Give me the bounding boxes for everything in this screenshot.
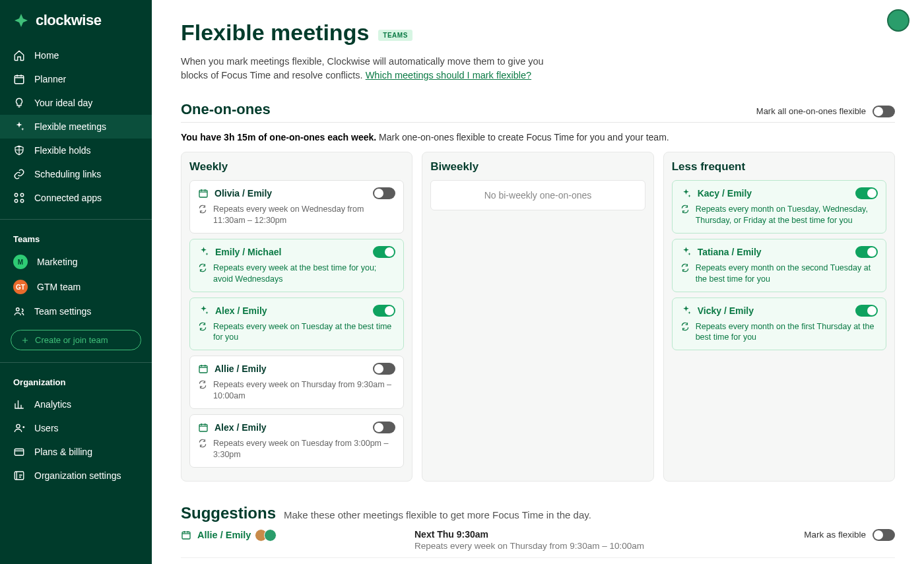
main-nav: Home Planner Your ideal day Flexible mee… — [0, 40, 152, 214]
meeting-toggle[interactable] — [373, 187, 395, 199]
suggestion-schedule: Repeats every week on Thursday from 9:30… — [414, 541, 795, 551]
team-gtm[interactable]: GTGTM team — [0, 274, 152, 299]
create-team-button[interactable]: Create or join team — [11, 330, 141, 350]
svg-rect-7 — [15, 449, 24, 456]
help-link[interactable]: Which meetings should I mark flexible? — [366, 70, 531, 80]
meeting-title: Vicky / Emily — [698, 305, 754, 316]
meeting-toggle[interactable] — [373, 422, 395, 433]
teams-heading: Teams — [0, 225, 152, 249]
user-avatar[interactable] — [887, 9, 909, 32]
mark-all-label: Mark all one-on-ones flexible — [756, 106, 866, 116]
sparkle-icon — [680, 246, 692, 257]
meeting-title: Tatiana / Emily — [698, 247, 762, 257]
meeting-schedule: Repeats every month on the first Thursda… — [696, 321, 878, 344]
meeting-schedule: Repeats every week on Tuesday at the bes… — [213, 321, 395, 344]
section-subtitle: Make these other meetings flexible to ge… — [284, 509, 591, 520]
team-badge: M — [13, 255, 28, 269]
meeting-card[interactable]: Alex / Emily Repeats every week on Tuesd… — [189, 414, 404, 468]
mark-all-toggle[interactable] — [873, 106, 895, 117]
meeting-title: Olivia / Emily — [214, 188, 272, 199]
meeting-card[interactable]: Tatiana / Emily Repeats every month on t… — [672, 239, 886, 292]
meeting-schedule: Repeats every month on Tuesday, Wednesda… — [696, 204, 878, 226]
nav-users[interactable]: Users — [0, 416, 152, 440]
one-on-ones-columns: Weekly Olivia / Emily Repeats every week… — [181, 152, 895, 482]
apps-icon — [13, 192, 25, 204]
brand-name: clockwise — [36, 12, 101, 29]
suggestions-list: Allie / Emily Next Thu 9:30amRepeats eve… — [181, 522, 895, 564]
meeting-card[interactable]: Vicky / Emily Repeats every month on the… — [672, 298, 886, 351]
meeting-schedule: Repeats every week at the best time for … — [213, 263, 395, 285]
meeting-card[interactable]: Emily / Michael Repeats every week at th… — [189, 239, 404, 292]
meeting-toggle[interactable] — [855, 187, 878, 199]
meeting-toggle[interactable] — [373, 363, 395, 375]
suggestion-toggle[interactable] — [873, 529, 895, 541]
meeting-card[interactable]: Olivia / Emily Repeats every week on Wed… — [189, 180, 404, 234]
meeting-title: Emily / Michael — [215, 247, 281, 257]
mark-all-flexible: Mark all one-on-ones flexible — [756, 106, 895, 117]
nav-label: Home — [34, 50, 59, 61]
meeting-card[interactable]: Kacy / Emily Repeats every month on Tues… — [672, 180, 886, 234]
repeat-icon — [198, 263, 207, 272]
suggestion-time: Next Thu 9:30am — [414, 529, 795, 540]
suggestion-row: Allie / Emily Next Thu 9:30amRepeats eve… — [181, 522, 895, 558]
meeting-toggle[interactable] — [373, 246, 395, 258]
svg-point-1 — [15, 193, 18, 197]
meeting-schedule: Repeats every month on the second Tuesda… — [696, 263, 878, 285]
card-icon — [13, 446, 25, 458]
nav-billing[interactable]: Plans & billing — [0, 440, 152, 464]
meeting-schedule: Repeats every week on Wednesday from 11:… — [213, 204, 395, 226]
one-on-ones-summary: You have 3h 15m of one-on-ones each week… — [181, 132, 895, 142]
nav-planner[interactable]: Planner — [0, 67, 152, 91]
meeting-card[interactable]: Allie / Emily Repeats every week on Thur… — [189, 356, 404, 409]
section-title: One-on-ones — [181, 101, 271, 118]
repeat-icon — [198, 322, 207, 331]
nav-label: Users — [34, 423, 59, 433]
calendar-icon — [13, 73, 25, 85]
meeting-toggle[interactable] — [855, 246, 878, 258]
calendar-icon — [181, 530, 191, 540]
nav-flexible-meetings[interactable]: Flexible meetings — [0, 115, 152, 139]
svg-point-6 — [16, 424, 20, 427]
nav-org-settings[interactable]: Organization settings — [0, 464, 152, 487]
team-marketing[interactable]: MMarketing — [0, 249, 152, 274]
meeting-toggle[interactable] — [373, 305, 395, 317]
calendar-icon — [198, 422, 209, 433]
meeting-title: Alex / Emily — [215, 305, 267, 316]
divider — [0, 219, 152, 220]
nav-label: Connected apps — [34, 193, 102, 203]
home-icon — [13, 49, 25, 61]
suggestions-header: Suggestions Make these other meetings fl… — [181, 504, 895, 522]
meeting-title: Allie / Emily — [214, 363, 267, 374]
suggestion-meeting[interactable]: Allie / Emily — [181, 529, 405, 542]
sparkle-icon — [680, 188, 692, 199]
main-content: Flexible meetingsTEAMS When you mark mee… — [152, 0, 924, 564]
meeting-schedule: Repeats every week on Thursday from 9:30… — [213, 379, 395, 402]
calendar-icon — [198, 363, 209, 374]
teams-badge: TEAMS — [378, 30, 412, 41]
nav-label: Your ideal day — [34, 98, 92, 108]
nav-analytics[interactable]: Analytics — [0, 392, 152, 416]
page-title: Flexible meetingsTEAMS — [181, 20, 895, 46]
logo[interactable]: clockwise — [0, 0, 152, 40]
weekly-column: Weekly Olivia / Emily Repeats every week… — [181, 152, 412, 482]
nav-team-settings[interactable]: Team settings — [0, 299, 152, 323]
nav-scheduling-links[interactable]: Scheduling links — [0, 162, 152, 186]
suggestion-row: Alex / Emily Feb 21 Tue 3pmRepeats every… — [181, 558, 895, 564]
sparkle-icon — [198, 246, 209, 257]
repeat-icon — [680, 322, 690, 331]
nav-label: Scheduling links — [34, 169, 101, 179]
calendar-icon — [198, 188, 209, 199]
plus-icon — [20, 336, 30, 345]
suggestion-title: Allie / Emily — [197, 530, 251, 540]
nav-label: Plans & billing — [34, 447, 92, 457]
meeting-card[interactable]: Alex / Emily Repeats every week on Tuesd… — [189, 298, 404, 351]
repeat-icon — [680, 204, 690, 214]
svg-point-2 — [20, 193, 24, 197]
nav-home[interactable]: Home — [0, 44, 152, 67]
nav-flexible-holds[interactable]: Flexible holds — [0, 139, 152, 162]
nav-connected-apps[interactable]: Connected apps — [0, 186, 152, 210]
nav-ideal-day[interactable]: Your ideal day — [0, 91, 152, 115]
sparkle-icon — [13, 121, 25, 133]
chart-icon — [13, 398, 25, 410]
meeting-toggle[interactable] — [855, 305, 878, 317]
